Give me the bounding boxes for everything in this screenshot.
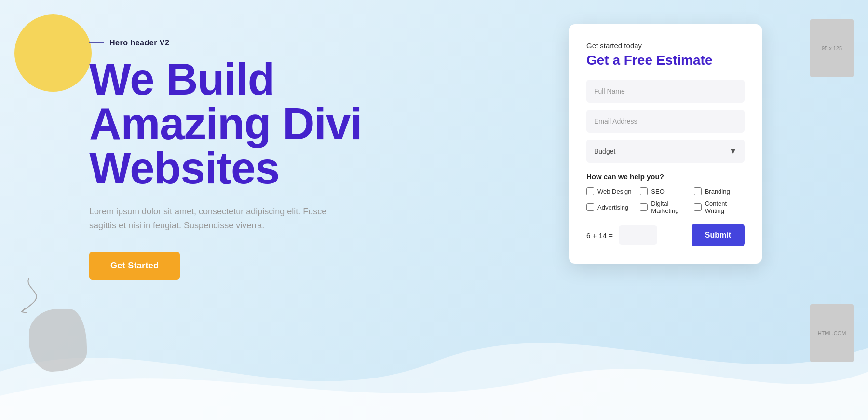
checkbox-advertising[interactable]: Advertising <box>586 200 637 214</box>
help-label: How can we help you? <box>586 172 745 181</box>
page-wrapper: Hero header V2 We Build Amazing Divi Web… <box>0 0 868 420</box>
gray-blob-decoration <box>29 309 87 372</box>
checkbox-branding-input[interactable] <box>694 187 702 195</box>
get-started-button[interactable]: Get Started <box>89 252 180 280</box>
thumbnail-bottom-label: HTML.COM <box>818 330 846 336</box>
hero-heading: We Build Amazing Divi Websites <box>89 57 362 190</box>
checkbox-digital-marketing-input[interactable] <box>640 203 648 211</box>
budget-select-wrapper: Budget < $1,000 $1,000 - $5,000 $5,000 -… <box>586 140 745 163</box>
checkbox-web-design-input[interactable] <box>586 187 594 195</box>
thumbnail-top: 95 x 125 <box>810 19 854 77</box>
captcha-row: 6 + 14 = Submit <box>586 224 745 246</box>
version-line-decoration <box>89 42 104 43</box>
checkbox-branding[interactable]: Branding <box>694 187 745 195</box>
checkbox-digital-marketing[interactable]: Digital Marketing <box>640 200 691 214</box>
budget-select[interactable]: Budget < $1,000 $1,000 - $5,000 $5,000 -… <box>586 140 745 163</box>
checkbox-branding-label: Branding <box>705 188 730 195</box>
email-input[interactable] <box>586 110 745 133</box>
hero-description: Lorem ipsum dolor sit amet, consectetur … <box>89 205 350 233</box>
thumbnail-top-label: 95 x 125 <box>822 45 842 51</box>
version-text: Hero header V2 <box>109 39 169 47</box>
checkbox-content-writing-label: Content Writing <box>705 200 745 214</box>
checkbox-digital-marketing-label: Digital Marketing <box>651 200 691 214</box>
captcha-equation: 6 + 14 = <box>586 231 613 239</box>
yellow-circle-decoration <box>14 14 92 92</box>
checkbox-web-design[interactable]: Web Design <box>586 187 637 195</box>
form-title: Get a Free Estimate <box>586 53 745 68</box>
thumbnail-bottom: HTML.COM <box>810 304 854 362</box>
checkbox-seo-input[interactable] <box>640 187 648 195</box>
checkbox-advertising-label: Advertising <box>597 204 628 211</box>
left-content-area: Hero header V2 We Build Amazing Divi Web… <box>89 39 362 280</box>
form-subtitle: Get started today <box>586 42 745 50</box>
checkbox-seo[interactable]: SEO <box>640 187 691 195</box>
services-checkbox-grid: Web Design SEO Branding Advertising Digi… <box>586 187 745 214</box>
submit-button[interactable]: Submit <box>692 224 745 246</box>
form-card: Get started today Get a Free Estimate Bu… <box>569 24 762 264</box>
full-name-input[interactable] <box>586 80 745 103</box>
checkbox-content-writing-input[interactable] <box>694 203 702 211</box>
version-label: Hero header V2 <box>89 39 362 47</box>
checkbox-content-writing[interactable]: Content Writing <box>694 200 745 214</box>
checkbox-advertising-input[interactable] <box>586 203 594 211</box>
captcha-input[interactable] <box>619 225 657 245</box>
checkbox-seo-label: SEO <box>651 188 664 195</box>
checkbox-web-design-label: Web Design <box>597 188 632 195</box>
